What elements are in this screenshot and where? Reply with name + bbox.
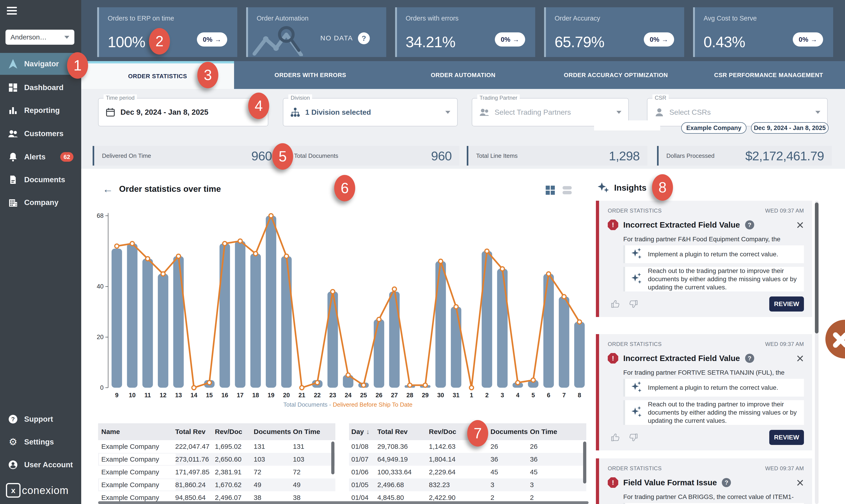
insight-card: ORDER STATISTICSWED 09:37 AM!Incorrect E… — [596, 334, 812, 450]
svg-text:31: 31 — [453, 392, 460, 399]
hamburger-menu-icon[interactable] — [7, 7, 17, 15]
column-header-day[interactable]: Day↓ — [351, 423, 370, 440]
table-scrollbar-thumb[interactable] — [331, 442, 335, 474]
insights-scrollbar-thumb[interactable] — [815, 202, 819, 334]
kpi-trend-pill[interactable]: 0%→ — [197, 32, 227, 47]
review-button[interactable]: REVIEW — [769, 296, 804, 311]
redaction-box — [594, 121, 660, 130]
table-cell: 29,708.36 — [377, 440, 408, 453]
table-cell: 01/07 — [351, 453, 368, 466]
kpi-value: 65.79% — [555, 33, 604, 51]
sidebar-item-reporting[interactable]: Reporting — [0, 100, 81, 121]
kpi-card-4: Order Accuracy65.79%0%→ — [544, 7, 684, 57]
close-icon[interactable]: × — [796, 220, 804, 230]
help-icon[interactable]: ? — [745, 354, 754, 363]
tab-order-automation[interactable]: ORDER AUTOMATION — [387, 61, 540, 89]
table-row[interactable]: Example Company222,047.471,695.02131131 — [98, 440, 335, 453]
table-cell: 171,497.85 — [175, 466, 210, 479]
grid-view-toggle[interactable] — [545, 185, 555, 195]
column-header-ontime[interactable]: On Time — [293, 423, 320, 440]
thumbs-up-icon[interactable] — [610, 432, 621, 443]
tab-orders-with-errors[interactable]: ORDERS WITH ERRORS — [234, 61, 387, 89]
column-header-revdoc[interactable]: Rev/Doc — [429, 423, 456, 440]
time-period-filter[interactable]: Time period Dec 9, 2024 - Jan 8, 2025 — [98, 98, 268, 126]
table-row[interactable]: Example Company273,011.762,650.60103103 — [98, 453, 335, 466]
close-icon[interactable]: × — [796, 478, 804, 487]
kpi-trend-pill[interactable]: 0%→ — [793, 32, 823, 47]
review-button[interactable]: REVIEW — [769, 430, 804, 445]
annotation-marker-1: 1 — [67, 52, 88, 79]
close-icon[interactable]: × — [796, 354, 804, 363]
people-icon — [479, 107, 489, 117]
org-selector-dropdown[interactable]: Anderson… — [5, 30, 74, 45]
column-header-revdoc[interactable]: Rev/Doc — [215, 423, 242, 440]
division-value: 1 Division selected — [305, 108, 371, 116]
column-header-documents[interactable]: Documents — [490, 423, 528, 440]
column-header-documents[interactable]: Documents — [254, 423, 291, 440]
svg-text:Total Documents - Delivered Be: Total Documents - Delivered Before Ship … — [283, 401, 412, 408]
filter-chip[interactable]: Example Company — [681, 122, 747, 133]
trading-partner-placeholder: Select Trading Partners — [495, 108, 571, 116]
table-row[interactable]: Example Company171,497.852,381.917272 — [98, 466, 335, 479]
svg-text:0: 0 — [100, 384, 104, 391]
kpi-trend-value: 0% — [203, 36, 212, 43]
table-cell: 1,142.63 — [429, 440, 455, 453]
column-header-ontime[interactable]: On Time — [530, 423, 557, 440]
annotation-marker-5: 5 — [272, 143, 293, 170]
thumbs-down-icon[interactable] — [628, 432, 638, 443]
table-row[interactable]: 01/0764,949.191,804.143636 — [349, 453, 586, 466]
list-view-toggle[interactable] — [562, 185, 572, 195]
tab-csr-performance-management[interactable]: CSR PERFORMANCE MANAGEMENT — [692, 61, 845, 89]
table-row[interactable]: 01/052,496.68832.2333 — [349, 479, 586, 491]
column-header-totalrev[interactable]: Total Rev — [175, 423, 205, 440]
help-icon[interactable]: ? — [722, 478, 731, 487]
help-icon[interactable]: ? — [358, 32, 370, 44]
sidebar-item-label: Support — [24, 415, 53, 424]
chart-title: Order statistics over time — [119, 184, 221, 194]
svg-text:27: 27 — [391, 392, 398, 399]
column-header-totalrev[interactable]: Total Rev — [377, 423, 408, 440]
division-filter[interactable]: Division 1 Division selected — [283, 98, 457, 126]
sidebar-item-label: Reporting — [24, 106, 60, 115]
insight-category: ORDER STATISTICS — [608, 208, 662, 214]
back-arrow-icon[interactable]: ← — [103, 184, 113, 194]
svg-text:23: 23 — [329, 392, 336, 399]
table-cell: 3 — [490, 479, 495, 491]
help-icon[interactable]: ? — [745, 220, 754, 230]
annotation-marker-8: 8 — [652, 174, 673, 201]
table-cell: 81,860.24 — [175, 479, 205, 491]
horizontal-scrollbar[interactable] — [98, 501, 589, 504]
table-row[interactable]: Example Company81,860.241,670.624949 — [98, 479, 335, 491]
table-cell: 1,804.14 — [429, 453, 455, 466]
table-cell: 01/06 — [351, 466, 368, 479]
tab-order-accuracy-optimization[interactable]: ORDER ACCURACY OPTIMIZATION — [540, 61, 693, 89]
table-scrollbar-thumb[interactable] — [583, 442, 586, 484]
kpi-trend-pill[interactable]: 0%→ — [495, 32, 525, 47]
sidebar-item-dashboard[interactable]: Dashboard — [0, 77, 81, 98]
table-row[interactable]: 01/06100,333.642,229.644545 — [349, 466, 586, 479]
table-row[interactable]: 01/0829,708.361,142.632626 — [349, 440, 586, 453]
thumbs-up-icon[interactable] — [610, 299, 621, 309]
filter-chip[interactable]: Dec 9, 2024 - Jan 8, 2025 — [751, 122, 829, 133]
csr-placeholder: Select CSRs — [669, 108, 711, 116]
svg-text:9: 9 — [115, 392, 119, 399]
svg-text:16: 16 — [221, 392, 228, 399]
kpi-value: 0.43% — [704, 33, 745, 51]
chevron-down-icon — [445, 111, 450, 114]
sidebar-item-alerts[interactable]: Alerts62 — [0, 146, 81, 168]
svg-text:10: 10 — [129, 392, 136, 399]
kpi-trend-pill[interactable]: 0%→ — [644, 32, 674, 47]
feedback-icons — [610, 299, 638, 309]
sort-descending-icon[interactable]: ↓ — [366, 428, 370, 435]
sidebar-item-customers[interactable]: Customers — [0, 123, 81, 145]
sidebar-item-settings[interactable]: ⚙Settings — [0, 431, 81, 453]
sidebar-item-company[interactable]: Company — [0, 192, 81, 214]
sidebar-item-label: User Account — [24, 461, 73, 469]
sidebar-item-support[interactable]: ?Support — [0, 408, 81, 430]
conexiom-logo-icon: x — [6, 483, 20, 498]
sidebar-item-user-account[interactable]: User Account — [0, 454, 81, 476]
sidebar-item-documents[interactable]: Documents — [0, 169, 81, 191]
column-header-name[interactable]: Name — [101, 423, 120, 440]
thumbs-down-icon[interactable] — [628, 299, 638, 309]
documents-icon — [8, 175, 18, 185]
